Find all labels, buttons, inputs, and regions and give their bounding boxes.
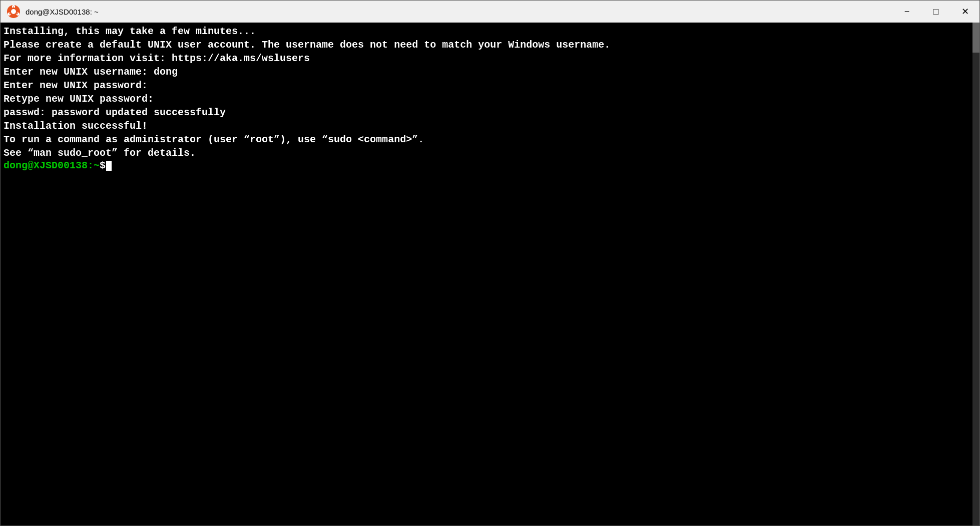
window-title: dong@XJSD00138: ~ xyxy=(26,8,973,16)
scrollbar[interactable] xyxy=(972,23,979,525)
terminal-cursor xyxy=(106,161,112,171)
minimize-button[interactable]: − xyxy=(892,1,921,23)
ubuntu-icon xyxy=(7,5,21,19)
terminal-body[interactable]: Installing, this may take a few minutes.… xyxy=(1,23,979,525)
prompt-dollar: $ xyxy=(100,160,106,171)
terminal-window: dong@XJSD00138: ~ − □ ✕ Installing, this… xyxy=(0,0,980,526)
maximize-button[interactable]: □ xyxy=(921,1,950,23)
close-button[interactable]: ✕ xyxy=(950,1,979,23)
terminal-prompt-line: dong@XJSD00138:~$ xyxy=(4,160,976,171)
prompt-user: dong@XJSD00138:~ xyxy=(4,160,100,171)
window-controls: − □ ✕ xyxy=(892,1,979,23)
title-bar: dong@XJSD00138: ~ − □ ✕ xyxy=(1,1,979,23)
terminal-output: Installing, this may take a few minutes.… xyxy=(4,25,976,160)
scrollbar-thumb[interactable] xyxy=(972,23,979,53)
svg-point-1 xyxy=(11,9,16,14)
